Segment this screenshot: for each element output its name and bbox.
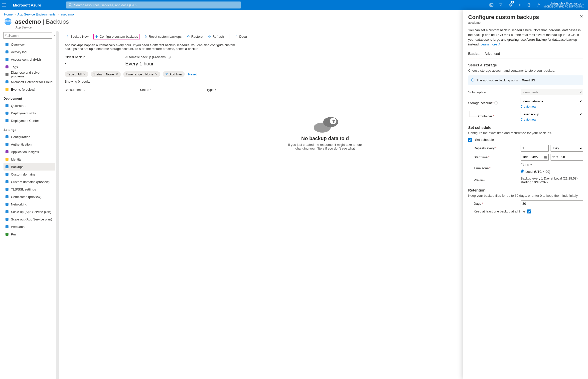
sidebar-item-tags[interactable]: Tags (3, 63, 55, 71)
sidebar-item-events-preview-[interactable]: Events (preview) (3, 86, 55, 93)
create-container-link[interactable]: Create new (521, 118, 536, 121)
sidebar-item-label: Certificates (preview) (11, 195, 41, 199)
feedback-button[interactable] (534, 0, 544, 10)
sidebar-item-deployment-slots[interactable]: Deployment slots (3, 109, 55, 117)
sidebar-item-scale-up-app-service-plan-[interactable]: Scale up (App Service plan) (3, 208, 55, 215)
close-icon[interactable]: ✕ (83, 72, 86, 76)
sidebar-item-tls-ssl-settings[interactable]: TLS/SSL settings (3, 186, 55, 193)
tz-local-radio[interactable] (521, 170, 524, 173)
hamburger-button[interactable] (2, 3, 12, 7)
restore-button[interactable]: ↶Restore (186, 34, 204, 39)
tab-basics[interactable]: Basics (468, 50, 479, 58)
sidebar-item-quickstart[interactable]: Quickstart (3, 102, 55, 109)
global-search[interactable] (66, 1, 241, 8)
filter-status[interactable]: Status : None✕ (91, 71, 121, 77)
hamburger-icon (2, 3, 6, 7)
account-block[interactable]: chrisqpublic@contoso.c... MICROSOFT (MIC… (544, 2, 586, 8)
documentation-button[interactable]: ▯Docu (235, 34, 248, 39)
svg-rect-10 (5, 50, 8, 53)
sidebar-item-overview[interactable]: Overview (3, 41, 55, 48)
schedule-hint: Configure the exact time and recurrence … (468, 131, 583, 135)
globe-icon (5, 42, 9, 46)
backup-now-button[interactable]: ⭱Backup Now (65, 34, 90, 39)
configure-backups-button[interactable]: ⚙Configure custom backups (93, 34, 140, 39)
svg-rect-30 (5, 218, 8, 221)
bolt-icon (5, 87, 9, 91)
subscription-label: Subscription (468, 90, 521, 94)
sidebar-search-input[interactable] (8, 34, 50, 37)
svg-point-0 (69, 3, 71, 6)
scaleup-icon (5, 210, 9, 214)
info-icon[interactable]: ⓘ (168, 55, 171, 59)
calendar-icon[interactable]: ▦ (544, 155, 547, 159)
add-filter-button[interactable]: ⧩Add filter (163, 71, 185, 77)
sidebar-item-push[interactable]: Push (3, 230, 55, 238)
svg-point-5 (538, 4, 539, 5)
keep-one-checkbox[interactable] (527, 209, 531, 213)
sidebar-item-diagnose-and-solve-problems[interactable]: Diagnose and solve problems (3, 71, 55, 78)
cloud-shell-button[interactable] (487, 0, 496, 10)
create-storage-link[interactable]: Create new (521, 105, 536, 108)
sidebar-item-label: Quickstart (11, 104, 26, 108)
sidebar-item-certificates-preview-[interactable]: Certificates (preview) (3, 193, 55, 200)
repeats-value-input[interactable] (521, 145, 549, 152)
refresh-button[interactable]: ⟳Refresh (207, 34, 225, 39)
sidebar-item-configuration[interactable]: Configuration (3, 133, 55, 141)
storage-account-select[interactable]: demo-storage (521, 98, 583, 104)
sidebar-item-scale-out-app-service-plan-[interactable]: Scale out (App Service plan) (3, 215, 55, 223)
repeats-unit-select[interactable]: Day (551, 145, 583, 152)
sidebar-item-webjobs[interactable]: WebJobs (3, 223, 55, 230)
filter-type[interactable]: Type : All✕ (65, 71, 88, 77)
more-button[interactable]: ··· (73, 19, 78, 24)
close-panel-button[interactable]: ✕ (580, 14, 583, 19)
container-label: Container* (468, 114, 521, 118)
filter-timerange[interactable]: Time range : None✕ (123, 71, 160, 77)
settings-button[interactable] (515, 0, 525, 10)
learn-more-link[interactable]: Learn more ↗ (480, 42, 501, 46)
reset-backups-button[interactable]: ↻Reset custom backups (144, 34, 183, 39)
sidebar-item-activity-log[interactable]: Activity log (3, 48, 55, 56)
tab-advanced[interactable]: Advanced (484, 50, 500, 58)
close-icon[interactable]: ✕ (116, 72, 118, 76)
scrollbar[interactable] (56, 31, 59, 379)
account-email: chrisqpublic@contoso.c... (544, 2, 584, 5)
sidebar-item-deployment-center[interactable]: Deployment Center (3, 117, 55, 124)
col-backup-time[interactable]: Backup time ↓ (65, 88, 85, 92)
reset-filters-link[interactable]: Reset (188, 72, 197, 76)
sidebar-item-microsoft-defender-for-cloud[interactable]: Microsoft Defender for Cloud (3, 78, 55, 86)
sidebar-item-access-control-iam-[interactable]: Access control (IAM) (3, 56, 55, 63)
sidebar-item-custom-domains[interactable]: Custom domains (3, 171, 55, 178)
sidebar-item-identity[interactable]: Identity (3, 156, 55, 163)
breadcrumb-ase[interactable]: App Service Environments (17, 12, 56, 16)
sidebar-search[interactable] (3, 32, 52, 39)
container-select[interactable]: asebackup (521, 111, 583, 117)
breadcrumb-home[interactable]: Home (4, 12, 13, 16)
notifications-button[interactable]: 1 (506, 0, 515, 10)
sidebar-item-label: Diagnose and solve problems (11, 71, 54, 78)
sidebar-item-authentication[interactable]: Authentication (3, 141, 55, 148)
breadcrumb-resource[interactable]: asedemo (60, 12, 74, 16)
directories-button[interactable] (496, 0, 506, 10)
days-input[interactable] (521, 200, 583, 207)
sidebar-item-networking[interactable]: Networking (3, 200, 55, 208)
close-icon[interactable]: ✕ (155, 72, 158, 76)
webjobs-icon (5, 225, 9, 229)
svg-rect-15 (5, 88, 8, 91)
help-button[interactable]: ? (525, 0, 534, 10)
svg-point-2 (519, 4, 520, 5)
tz-utc-radio[interactable] (521, 163, 524, 166)
collapse-sidebar-button[interactable]: « (53, 34, 55, 37)
sidebar-item-application-insights[interactable]: Application Insights (3, 148, 55, 156)
col-status[interactable]: Status ↑ (140, 88, 152, 92)
sidebar-item-label: Networking (11, 202, 27, 206)
info-icon[interactable]: ⓘ (494, 101, 498, 105)
start-time-input[interactable] (551, 154, 583, 161)
svg-rect-22 (5, 158, 8, 161)
sidebar-item-custom-domains-preview-[interactable]: Custom domains (preview) (3, 178, 55, 186)
brand-label: Microsoft Azure (13, 3, 41, 7)
sidebar-item-backups[interactable]: Backups (3, 163, 55, 171)
global-search-input[interactable] (74, 3, 238, 7)
sidebar-item-label: Tags (11, 65, 18, 69)
col-type[interactable]: Type ↑ (207, 88, 216, 92)
set-schedule-checkbox[interactable] (468, 138, 472, 142)
